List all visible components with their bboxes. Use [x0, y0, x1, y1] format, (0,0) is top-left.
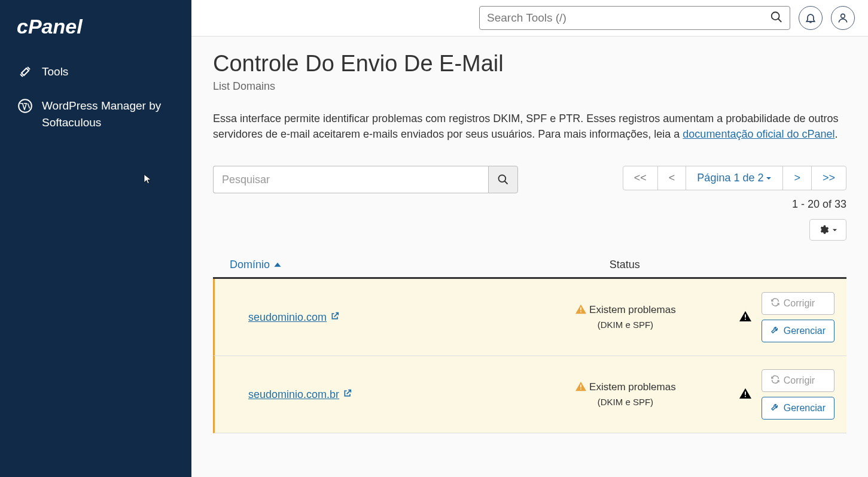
warning-icon: [739, 387, 752, 402]
fix-button[interactable]: Corrigir: [762, 292, 835, 315]
svg-rect-8: [745, 319, 746, 320]
main: Controle Do Envio De E-Mail List Domains…: [191, 0, 868, 477]
page-description: Essa interface permite identificar probl…: [213, 111, 846, 142]
svg-rect-12: [745, 396, 746, 397]
sidebar: cPanel Tools WordPress Manager by Softac…: [0, 0, 191, 477]
bell-icon: [805, 12, 817, 24]
search-icon: [770, 11, 783, 24]
table-settings-button[interactable]: [809, 219, 846, 241]
gear-icon: [818, 224, 829, 235]
sidebar-item-wordpress[interactable]: WordPress Manager by Softaculous: [0, 89, 191, 140]
user-menu-button[interactable]: [831, 6, 855, 30]
warning-icon: [739, 310, 752, 324]
wordpress-icon: [17, 98, 33, 114]
status-cell: Existem problemas (DKIM e SPF): [556, 302, 695, 333]
svg-rect-10: [580, 388, 581, 390]
result-count: 1 - 20 of 33: [213, 198, 846, 211]
status-cell: Existem problemas (DKIM e SPF): [556, 379, 695, 410]
sort-asc-icon: [273, 261, 282, 269]
page-first-button[interactable]: <<: [623, 166, 658, 190]
pagination: << < Página 1 de 2 > >>: [623, 166, 846, 190]
page-subtitle: List Domains: [213, 80, 846, 93]
domain-search-button[interactable]: [488, 166, 518, 193]
caret-down-icon: [766, 175, 772, 181]
page-last-button[interactable]: >>: [811, 166, 846, 190]
svg-point-3: [841, 14, 845, 18]
cursor-icon: [142, 172, 153, 186]
table-header: Domínio Status: [213, 253, 846, 279]
notifications-button[interactable]: [799, 6, 823, 30]
search-input[interactable]: [479, 6, 790, 30]
svg-point-4: [499, 175, 506, 183]
svg-rect-7: [745, 314, 746, 317]
cpanel-logo[interactable]: cPanel: [0, 10, 191, 55]
page-prev-button[interactable]: <: [657, 166, 687, 190]
sidebar-item-label: Tools: [42, 63, 68, 81]
svg-text:cPanel: cPanel: [17, 16, 83, 38]
table-row: seudominio.com Existem problemas (DKIM e…: [213, 279, 846, 356]
external-link-icon: [343, 388, 352, 401]
wrench-icon: [770, 325, 780, 337]
external-link-icon: [330, 311, 340, 324]
topbar: [191, 0, 868, 37]
sidebar-item-tools[interactable]: Tools: [0, 55, 191, 89]
svg-point-2: [772, 12, 779, 20]
page-title: Controle Do Envio De E-Mail: [213, 51, 846, 77]
sidebar-item-label: WordPress Manager by Softaculous: [42, 98, 175, 132]
user-icon: [837, 12, 849, 24]
tools-icon: [17, 63, 33, 80]
search-icon: [497, 174, 509, 186]
domain-link[interactable]: seudominio.com: [232, 311, 556, 324]
wrench-icon: [770, 402, 780, 414]
content: Controle Do Envio De E-Mail List Domains…: [191, 37, 868, 448]
manage-button[interactable]: Gerenciar: [762, 397, 835, 420]
page-current-button[interactable]: Página 1 de 2: [686, 166, 783, 190]
warning-icon: [575, 381, 589, 393]
page-next-button[interactable]: >: [782, 166, 812, 190]
domain-link[interactable]: seudominio.com.br: [232, 388, 556, 401]
search-button[interactable]: [768, 8, 785, 28]
docs-link[interactable]: documentação oficial do cPanel: [683, 128, 835, 140]
svg-rect-9: [580, 384, 581, 387]
table-row: seudominio.com.br Existem problemas (DKI…: [213, 356, 846, 433]
svg-rect-5: [580, 307, 581, 310]
refresh-icon: [770, 375, 780, 387]
svg-point-1: [19, 99, 32, 113]
column-header-domain[interactable]: Domínio: [213, 259, 555, 271]
domain-search-input[interactable]: [213, 166, 488, 193]
svg-rect-11: [745, 391, 746, 394]
fix-button[interactable]: Corrigir: [762, 369, 835, 392]
table-body: seudominio.com Existem problemas (DKIM e…: [213, 279, 846, 433]
column-header-status: Status: [555, 259, 695, 271]
svg-rect-6: [580, 311, 581, 312]
caret-down-icon: [832, 227, 837, 233]
manage-button[interactable]: Gerenciar: [762, 320, 835, 342]
refresh-icon: [770, 297, 780, 309]
warning-icon: [575, 304, 589, 315]
